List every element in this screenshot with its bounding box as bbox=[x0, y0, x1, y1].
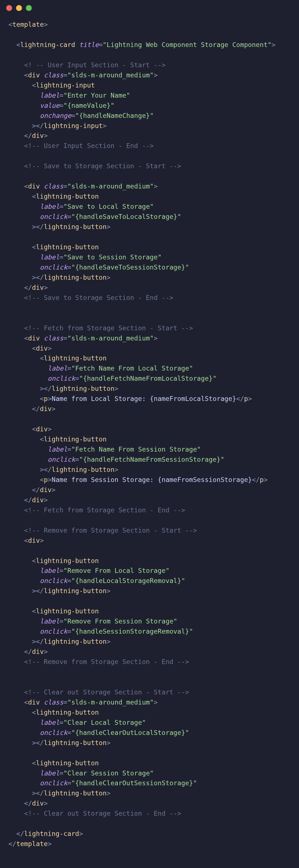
tag-div-close: div bbox=[32, 132, 44, 139]
attr-label: label bbox=[40, 253, 60, 261]
str-h-save-session: "{handleSaveToSessionStorage}" bbox=[71, 264, 189, 271]
punct-sl: / bbox=[40, 274, 44, 281]
tag-div: div bbox=[28, 698, 40, 706]
str-h-fetch-session: "{handleFetchNameFromSessionStorage}" bbox=[79, 456, 225, 463]
attr-class: class bbox=[44, 71, 64, 79]
punct-lt: < bbox=[40, 354, 44, 362]
punct-lt: < bbox=[32, 81, 36, 89]
text-p-local: Name from Local Storage: {nameFromLocalS… bbox=[52, 395, 236, 402]
window-titlebar bbox=[0, 0, 299, 14]
punct-lt: < bbox=[36, 223, 40, 230]
tag-p-close: p bbox=[244, 395, 248, 402]
punct-gt: > bbox=[32, 789, 36, 797]
str-remove-session: "Remove From Session Storage" bbox=[63, 617, 177, 625]
window-maximize-icon[interactable] bbox=[26, 5, 32, 11]
tag-lightning-button-close: lightning-button bbox=[44, 789, 107, 797]
punct-lt: < bbox=[32, 243, 36, 251]
str-slds: "slds-m-around_medium" bbox=[67, 698, 154, 706]
comment-clear-start: <!-- Clear out Storage Section - Start -… bbox=[24, 688, 189, 696]
str-remove-local: "Remove From Local Storage" bbox=[63, 567, 169, 574]
tag-p: p bbox=[44, 395, 48, 402]
punct-gt: > bbox=[114, 384, 119, 392]
window-close-icon[interactable] bbox=[6, 5, 12, 11]
tag-template-close: template bbox=[16, 840, 48, 847]
punct-eq: = bbox=[67, 213, 71, 220]
punct-sl: / bbox=[28, 132, 32, 139]
attr-class: class bbox=[44, 334, 64, 342]
punct-gt: > bbox=[32, 223, 36, 230]
punct-lt: < bbox=[40, 476, 44, 484]
str-h-fetch-local: "{handleFetchNameFromLocalStorage}" bbox=[79, 374, 217, 382]
punct-gt: > bbox=[107, 789, 110, 797]
punct-gt: > bbox=[40, 384, 44, 392]
comment-user-end: <!-- User Input Section - End --> bbox=[24, 142, 154, 149]
attr-label: label bbox=[40, 91, 60, 99]
tag-lightning-input-close: lightning-input bbox=[44, 122, 103, 129]
punct-eq: = bbox=[60, 101, 64, 109]
punct-lt: < bbox=[16, 41, 20, 49]
punct-sl: / bbox=[240, 395, 244, 402]
comment-fetch-start: <!-- Fetch from Storage Section - Start … bbox=[24, 324, 193, 332]
punct-eq: = bbox=[67, 729, 71, 736]
tag-div-close: div bbox=[32, 284, 44, 291]
str-h-clear-local: "{handleClearOutLocalStorage}" bbox=[71, 729, 189, 736]
punct-lt: < bbox=[40, 395, 44, 402]
punct-gt: > bbox=[32, 739, 36, 746]
punct-lt: < bbox=[32, 405, 36, 412]
window-minimize-icon[interactable] bbox=[16, 5, 22, 11]
punct-sl: / bbox=[28, 799, 32, 807]
tag-div: div bbox=[28, 71, 40, 79]
attr-label: label bbox=[40, 769, 60, 777]
attr-onchange: onchange bbox=[40, 112, 71, 119]
punct-lt: < bbox=[36, 638, 40, 645]
tag-lightning-button-close: lightning-button bbox=[44, 274, 107, 281]
punct-lt: < bbox=[24, 182, 28, 190]
punct-gt: > bbox=[44, 799, 48, 807]
punct-eq: = bbox=[67, 627, 71, 635]
punct-sl: / bbox=[28, 284, 32, 291]
str-clear-session: "Clear Session Storage" bbox=[63, 769, 154, 777]
attr-onclick: onclick bbox=[40, 779, 67, 787]
punct-lt: < bbox=[24, 496, 28, 504]
punct-lt: < bbox=[252, 476, 256, 484]
punct-eq: = bbox=[67, 445, 71, 453]
punct-lt: < bbox=[44, 384, 48, 392]
attr-title: title bbox=[79, 41, 99, 49]
punct-eq: = bbox=[75, 374, 79, 382]
tag-div-close: div bbox=[32, 648, 44, 655]
punct-lt: < bbox=[24, 698, 28, 706]
punct-gt: > bbox=[32, 274, 36, 281]
attr-class: class bbox=[44, 182, 64, 190]
punct-lt: < bbox=[32, 425, 36, 433]
tag-lightning-input: lightning-input bbox=[36, 81, 95, 89]
tag-lightning-button: lightning-button bbox=[36, 607, 99, 615]
text-p-session: Name from Session Storage: {nameFromSess… bbox=[52, 476, 252, 484]
punct-eq: = bbox=[60, 617, 64, 625]
punct-eq: = bbox=[75, 456, 79, 463]
attr-onclick: onclick bbox=[40, 264, 67, 271]
attr-label: label bbox=[40, 203, 60, 210]
str-slds: "slds-m-around_medium" bbox=[67, 182, 154, 190]
punct-sl: / bbox=[40, 122, 44, 129]
tag-div-close: div bbox=[32, 496, 44, 504]
punct-sl: / bbox=[40, 638, 44, 645]
punct-lt: < bbox=[32, 607, 36, 615]
tag-lightning-button: lightning-button bbox=[44, 354, 107, 362]
punct-lt: < bbox=[36, 274, 40, 281]
punct-gt: > bbox=[264, 476, 267, 484]
str-h-clear-session: "{handleClearOutSessionStorage}" bbox=[71, 779, 197, 787]
punct-eq: = bbox=[60, 769, 64, 777]
punct-sl: / bbox=[40, 587, 44, 594]
str-save-local: "Save to Local Storage" bbox=[63, 203, 154, 210]
punct-lt: < bbox=[24, 284, 28, 291]
punct-eq: = bbox=[63, 71, 67, 79]
comment-save-start: <!-- Save to Storage Section - Start --> bbox=[24, 162, 181, 170]
tag-div-close: div bbox=[32, 799, 44, 807]
attr-onclick: onclick bbox=[40, 729, 67, 736]
punct-gt: > bbox=[154, 182, 158, 190]
punct-sl: / bbox=[40, 223, 44, 230]
str-h-remove-session: "{handleSessionStorageRemoval}" bbox=[71, 627, 193, 635]
attr-label: label bbox=[48, 364, 67, 372]
tag-div: div bbox=[28, 182, 40, 190]
attr-onclick: onclick bbox=[48, 456, 75, 463]
